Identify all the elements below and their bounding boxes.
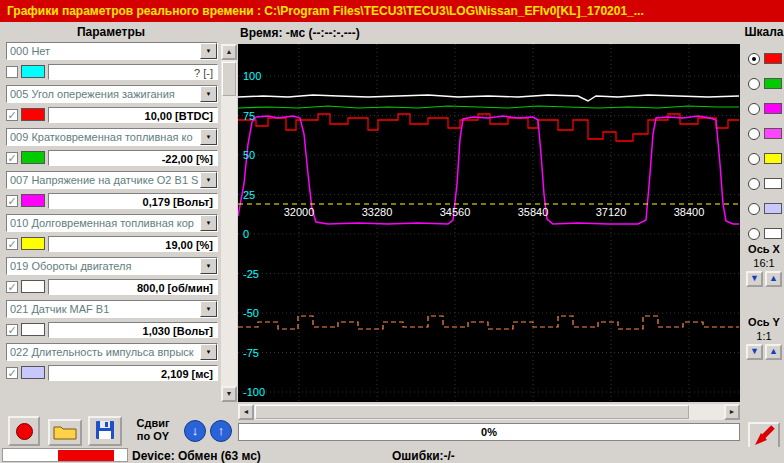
- param-color-swatch[interactable]: [21, 151, 45, 164]
- param-visible-checkbox[interactable]: [6, 66, 18, 78]
- param-color-swatch[interactable]: [21, 280, 45, 293]
- scale-color-swatch: [764, 53, 782, 64]
- record-icon: [16, 423, 33, 440]
- horizontal-scroll-thumb[interactable]: [255, 405, 689, 419]
- axis-y-zoom-out-button[interactable]: ▼: [746, 344, 763, 360]
- param-visible-checkbox[interactable]: ✓: [6, 152, 18, 164]
- vertical-scroll-thumb[interactable]: [222, 62, 236, 96]
- param-color-swatch[interactable]: [21, 366, 45, 379]
- param-select-7[interactable]: 022 Длительность импульса впрыск▼: [6, 343, 218, 361]
- param-visible-checkbox[interactable]: ✓: [6, 367, 18, 379]
- param-visible-checkbox[interactable]: ✓: [6, 238, 18, 250]
- param-value-row: ✓-22,00 [%]: [6, 149, 218, 166]
- y-axis-tick-label: -100: [243, 386, 265, 398]
- chevron-down-icon[interactable]: ▼: [200, 258, 217, 274]
- parameters-list: 000 Нет▼? [-]005 Угол опережения зажиган…: [6, 42, 218, 386]
- scale-item-4[interactable]: [748, 146, 782, 171]
- param-select-3[interactable]: 007 Напряжение на датчике O2 B1 S▼: [6, 171, 218, 189]
- chart-area[interactable]: 1007550250-25-50-75-10032000332803456035…: [238, 44, 740, 402]
- param-select-label: 010 Долговременная топливная кор: [7, 215, 200, 231]
- axis-x-ratio: 16:1: [744, 257, 784, 269]
- param-color-swatch[interactable]: [21, 65, 45, 78]
- scale-color-swatch: [764, 153, 782, 164]
- y-axis-tick-label: 100: [243, 70, 261, 82]
- param-select-6[interactable]: 021 Датчик MAF B1▼: [6, 300, 218, 318]
- param-select-2[interactable]: 009 Кратковременная топливная ко▼: [6, 128, 218, 146]
- scale-radio[interactable]: [748, 78, 760, 90]
- scale-radio[interactable]: [748, 203, 760, 215]
- vertical-scrollbar[interactable]: ▲ ▼: [221, 44, 237, 402]
- param-color-swatch[interactable]: [21, 108, 45, 121]
- arrow-up-icon: ↑: [218, 423, 225, 438]
- open-file-button[interactable]: [48, 419, 82, 446]
- scale-radio[interactable]: [748, 153, 760, 165]
- y-axis-tick-label: 25: [243, 189, 255, 201]
- param-select-label: 005 Угол опережения зажигания: [7, 86, 200, 102]
- param-visible-checkbox[interactable]: ✓: [6, 195, 18, 207]
- param-value-row: ✓800,0 [об/мин]: [6, 278, 218, 295]
- param-current-value: ? [-]: [48, 64, 218, 80]
- engine-speed-trace: [238, 95, 739, 101]
- param-select-1[interactable]: 005 Угол опережения зажигания▼: [6, 85, 218, 103]
- scale-item-3[interactable]: [748, 121, 782, 146]
- scale-radio[interactable]: [748, 53, 760, 65]
- param-select-5[interactable]: 019 Обороты двигателя▼: [6, 257, 218, 275]
- chevron-down-icon[interactable]: ▼: [200, 172, 217, 188]
- scale-radio[interactable]: [748, 178, 760, 190]
- scale-radio[interactable]: [748, 103, 760, 115]
- scale-item-0[interactable]: [748, 46, 782, 71]
- arrow-up-icon: ▲: [769, 273, 778, 283]
- scale-color-swatch: [764, 228, 782, 239]
- x-axis-tick-label: 37120: [596, 206, 627, 218]
- scale-item-2[interactable]: [748, 96, 782, 121]
- param-current-value: -22,00 [%]: [48, 150, 218, 166]
- scale-radio[interactable]: [748, 128, 760, 140]
- param-select-0[interactable]: 000 Нет▼: [6, 42, 218, 60]
- scale-item-5[interactable]: [748, 171, 782, 196]
- scale-radio[interactable]: [748, 228, 760, 240]
- chevron-down-icon[interactable]: ▼: [200, 86, 217, 102]
- param-visible-checkbox[interactable]: ✓: [6, 324, 18, 336]
- chevron-down-icon[interactable]: ▼: [200, 301, 217, 317]
- time-title: Время: -мс (--:--:-.---): [240, 26, 360, 40]
- param-color-swatch[interactable]: [21, 323, 45, 336]
- shift-down-button[interactable]: ↓: [184, 420, 206, 442]
- param-current-value: 800,0 [об/мин]: [48, 279, 218, 295]
- scroll-down-button[interactable]: ▼: [221, 386, 237, 402]
- param-visible-checkbox[interactable]: ✓: [6, 109, 18, 121]
- axis-y-zoom-in-button[interactable]: ▲: [765, 344, 782, 360]
- scroll-left-button[interactable]: ◄: [238, 404, 254, 420]
- scale-item-1[interactable]: [748, 71, 782, 96]
- folder-icon: [53, 424, 77, 442]
- param-select-label: 000 Нет: [7, 43, 200, 59]
- param-value-row: ✓10,00 [BTDC]: [6, 106, 218, 123]
- y-axis-tick-label: -25: [243, 268, 259, 280]
- title-bar[interactable]: Графики параметров реального времени : C…: [0, 0, 784, 22]
- param-select-4[interactable]: 010 Долговременная топливная кор▼: [6, 214, 218, 232]
- record-button[interactable]: [8, 416, 40, 446]
- chart-svg: 1007550250-25-50-75-10032000332803456035…: [238, 44, 740, 402]
- save-button[interactable]: [88, 416, 122, 446]
- chevron-down-icon[interactable]: ▼: [200, 215, 217, 231]
- param-value-row: ✓2,109 [мс]: [6, 364, 218, 381]
- scale-item-6[interactable]: [748, 196, 782, 221]
- shift-up-button[interactable]: ↑: [210, 420, 232, 442]
- y-axis-tick-label: 75: [243, 110, 255, 122]
- param-color-swatch[interactable]: [21, 194, 45, 207]
- axis-x-zoom-out-button[interactable]: ▼: [746, 271, 763, 287]
- chevron-down-icon[interactable]: ▼: [200, 129, 217, 145]
- injection-pulse-trace: [238, 316, 739, 329]
- y-axis-tick-label: -75: [243, 347, 259, 359]
- axis-x-zoom-in-button[interactable]: ▲: [765, 271, 782, 287]
- horizontal-scrollbar[interactable]: ◄ ►: [238, 404, 740, 420]
- scale-color-swatch: [764, 128, 782, 139]
- param-visible-checkbox[interactable]: ✓: [6, 281, 18, 293]
- param-current-value: 0,179 [Вольт]: [48, 193, 218, 209]
- chevron-down-icon[interactable]: ▼: [200, 344, 217, 360]
- scroll-up-button[interactable]: ▲: [221, 44, 237, 60]
- chevron-down-icon[interactable]: ▼: [200, 43, 217, 59]
- x-axis-tick-label: 34560: [440, 206, 471, 218]
- param-color-swatch[interactable]: [21, 237, 45, 250]
- scroll-right-button[interactable]: ►: [724, 404, 740, 420]
- parameters-header: Параметры: [4, 25, 218, 39]
